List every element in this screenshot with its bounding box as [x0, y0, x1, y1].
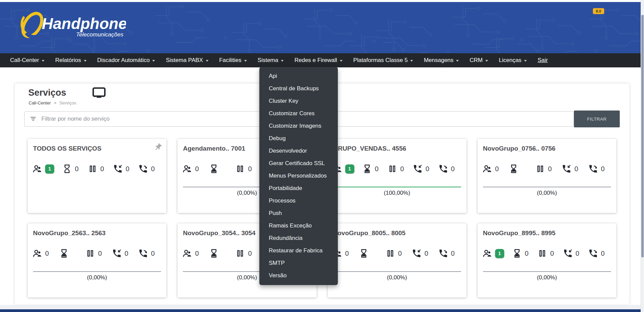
- service-percent: (100,00%): [328, 189, 466, 197]
- dropdown-item-menus-personalizados[interactable]: Menus Personalizados: [259, 169, 338, 182]
- agents-count: 0: [195, 165, 200, 173]
- dropdown-item-central-de-backups[interactable]: Central de Backups: [259, 82, 338, 95]
- stat-received: 0: [113, 164, 130, 174]
- page-title: Serviços: [28, 88, 66, 98]
- service-card-title: GRUPO_VENDAS.. 4556: [333, 145, 453, 152]
- outgoing-call-icon: [588, 164, 598, 174]
- paused-icon: [235, 164, 245, 174]
- agents-icon: [32, 164, 42, 174]
- nav-item-call-center[interactable]: Call-Center: [5, 57, 50, 64]
- dropdown-item-api[interactable]: Api: [259, 70, 338, 82]
- stat-outgoing: 0: [138, 164, 156, 174]
- nav-item-label: Redes e Firewall: [294, 57, 337, 64]
- waiting-count: 0: [525, 250, 529, 257]
- breadcrumb-separator: >: [54, 100, 57, 105]
- service-card-title: TODOS OS SERVIÇOS: [33, 145, 153, 152]
- pin-icon[interactable]: [154, 143, 162, 153]
- nav-item-licencas[interactable]: Licenças: [493, 57, 532, 64]
- breadcrumb-call-center[interactable]: Call-Center: [29, 100, 51, 105]
- scrollbar-thumb[interactable]: [641, 15, 644, 257]
- paused-icon: [535, 164, 545, 174]
- nav-item-discador-automatico[interactable]: Discador Automático: [92, 57, 161, 64]
- nav-item-sair[interactable]: Sair: [532, 57, 553, 64]
- service-card-stats: 0 0 0 0: [32, 248, 156, 258]
- waiting-hourglass-icon: [59, 248, 69, 258]
- dropdown-item-restaurar-de-fabrica[interactable]: Restaurar de Fabrica: [259, 244, 338, 257]
- chevron-down-icon: [410, 60, 413, 62]
- service-card-grupo-vendas-4556[interactable]: GRUPO_VENDAS.. 4556 1 0 0 0 0 (100,00%): [328, 139, 466, 213]
- outgoing-call-icon: [138, 164, 148, 174]
- filter-button[interactable]: FILTRAR: [574, 111, 620, 127]
- waiting-hourglass-icon: [362, 164, 372, 174]
- nav-item-relatorios[interactable]: Relatórios: [50, 57, 92, 64]
- service-card-todos-os-servicos[interactable]: TODOS OS SERVIÇOS 10 0 0 0: [28, 139, 166, 213]
- paused-count: 0: [398, 250, 403, 257]
- dropdown-item-redundancia[interactable]: Redundância: [259, 232, 338, 244]
- service-percent-divider: [483, 271, 611, 272]
- nav-item-label: Relatórios: [55, 57, 81, 64]
- stat-agents: 1: [482, 248, 504, 258]
- dropdown-item-gerar-certificado-ssl[interactable]: Gerar Certificado SSL: [259, 157, 338, 169]
- nav-item-crm[interactable]: CRM: [464, 57, 493, 64]
- nav-item-redes-e-firewall[interactable]: Redes e Firewall: [289, 57, 348, 64]
- service-card-novogrupo-8005-8005[interactable]: NovoGrupo_8005.. 8005 0 0 0 0 (0,00%): [328, 223, 466, 298]
- agents-count: 0: [45, 250, 50, 257]
- footer-navy-bar: [0, 309, 644, 312]
- stat-paused: 0: [535, 164, 553, 174]
- paused-count: 0: [548, 165, 553, 173]
- nav-item-label: Facilities: [219, 57, 242, 64]
- service-card-novogrupo-8995-8995[interactable]: NovoGrupo_8995.. 8995 1 0 0 0 0 (0,00%): [478, 223, 616, 298]
- dropdown-item-customizar-cores[interactable]: Customizar Cores: [259, 107, 338, 120]
- version-badge: 8.0: [593, 8, 604, 14]
- dropdown-item-processos[interactable]: Processos: [259, 194, 338, 207]
- waiting-count: 0: [375, 165, 380, 173]
- nav-item-label: Call-Center: [10, 57, 39, 64]
- stat-outgoing: 0: [138, 248, 156, 258]
- paused-count: 0: [550, 250, 555, 257]
- stat-waiting: 0: [512, 248, 529, 258]
- dropdown-item-cluster-key[interactable]: Cluster Key: [259, 95, 338, 107]
- dropdown-item-ramais-excecao[interactable]: Ramais Exceção: [259, 219, 338, 232]
- paused-count: 0: [248, 250, 253, 257]
- chevron-down-icon: [152, 60, 155, 62]
- chevron-down-icon: [456, 60, 459, 62]
- received-count: 0: [126, 165, 130, 173]
- stat-received: 0: [413, 164, 430, 174]
- nav-item-plataformas-classe-5[interactable]: Plataformas Classe 5: [348, 57, 419, 64]
- dropdown-item-smtp[interactable]: SMTP: [259, 257, 338, 269]
- outgoing-count: 0: [451, 250, 456, 257]
- service-card-novogrupo-0756-0756[interactable]: NovoGrupo_0756.. 0756 0 0 0 0 (0,00%): [478, 139, 616, 213]
- service-card-title: NovoGrupo_2563.. 2563: [33, 229, 153, 237]
- stat-waiting: [359, 248, 376, 258]
- dropdown-item-push[interactable]: Push: [259, 207, 338, 219]
- service-percent: (0,00%): [28, 273, 166, 282]
- stat-waiting: 0: [62, 164, 79, 174]
- service-card-novogrupo-2563-2563[interactable]: NovoGrupo_2563.. 2563 0 0 0 0 (0,00%): [28, 223, 166, 298]
- dropdown-item-debug[interactable]: Debug: [259, 132, 338, 145]
- paused-icon: [387, 164, 397, 174]
- service-card-stats: 1 0 0 0 0: [482, 248, 606, 258]
- paused-count: 0: [400, 165, 405, 173]
- waiting-hourglass-icon: [359, 248, 369, 258]
- outgoing-count: 0: [601, 250, 606, 257]
- paused-icon: [537, 248, 547, 258]
- nav-item-sistema-pabx[interactable]: Sistema PABX: [160, 57, 214, 64]
- waiting-count: 0: [75, 165, 79, 173]
- main-navbar: Call-CenterRelatóriosDiscador Automático…: [0, 53, 644, 67]
- stat-paused: 0: [85, 248, 103, 258]
- dropdown-item-portabilidade[interactable]: Portabilidade: [259, 182, 338, 194]
- received-count: 0: [125, 250, 129, 257]
- nav-item-facilities[interactable]: Facilities: [214, 57, 252, 64]
- filter-icon: [29, 115, 37, 123]
- dropdown-item-customizar-imagens[interactable]: Customizar Imagens: [259, 120, 338, 132]
- outgoing-call-icon: [438, 248, 448, 258]
- outgoing-call-icon: [438, 164, 448, 174]
- received-count: 0: [425, 165, 430, 173]
- paused-icon: [235, 248, 245, 258]
- nav-item-sistema[interactable]: Sistema: [252, 57, 289, 64]
- service-percent: (0,00%): [328, 273, 466, 282]
- dropdown-item-desenvolvedor[interactable]: Desenvolvedor: [259, 145, 338, 157]
- breadcrumb-current: Serviços: [59, 100, 76, 105]
- nav-item-mensagens[interactable]: Mensagens: [418, 57, 464, 64]
- dropdown-item-versao[interactable]: Versão: [259, 269, 338, 282]
